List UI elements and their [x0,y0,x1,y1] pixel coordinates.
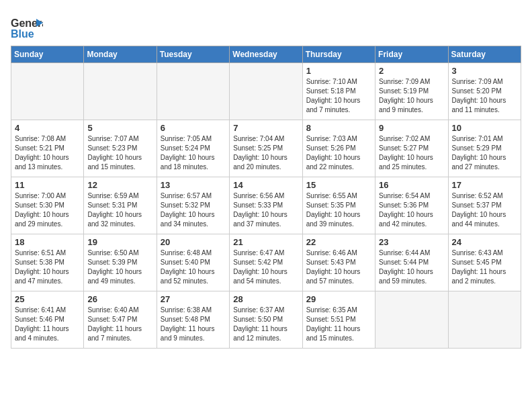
calendar-body: 1Sunrise: 7:10 AM Sunset: 5:18 PM Daylig… [11,63,521,349]
day-number: 15 [306,180,371,190]
calendar-cell: 6Sunrise: 7:05 AM Sunset: 5:24 PM Daylig… [157,120,229,177]
day-info: Sunrise: 7:04 AM Sunset: 5:25 PM Dayligh… [233,134,298,172]
day-number: 11 [15,180,80,190]
day-number: 20 [161,237,226,247]
calendar-table: SundayMondayTuesdayWednesdayThursdayFrid… [11,46,521,349]
day-info: Sunrise: 7:02 AM Sunset: 5:27 PM Dayligh… [379,134,444,172]
calendar-cell: 18Sunrise: 6:51 AM Sunset: 5:38 PM Dayli… [11,234,84,291]
day-number: 14 [233,180,298,190]
day-number: 12 [87,180,152,190]
day-number: 7 [233,123,298,133]
day-number: 29 [306,294,371,304]
day-info: Sunrise: 6:59 AM Sunset: 5:31 PM Dayligh… [87,191,152,229]
calendar-cell: 12Sunrise: 6:59 AM Sunset: 5:31 PM Dayli… [84,177,157,234]
day-number: 21 [233,237,298,247]
day-of-week-header: Thursday [302,46,375,63]
calendar-cell: 5Sunrise: 7:07 AM Sunset: 5:23 PM Daylig… [84,120,157,177]
calendar-cell [375,291,448,349]
calendar-cell: 20Sunrise: 6:48 AM Sunset: 5:40 PM Dayli… [157,234,229,291]
day-info: Sunrise: 6:40 AM Sunset: 5:47 PM Dayligh… [87,306,152,343]
calendar-header-row: SundayMondayTuesdayWednesdayThursdayFrid… [11,46,521,63]
day-of-week-header: Sunday [11,46,84,63]
day-number: 17 [452,180,517,190]
day-info: Sunrise: 7:05 AM Sunset: 5:24 PM Dayligh… [161,134,226,172]
day-info: Sunrise: 6:41 AM Sunset: 5:46 PM Dayligh… [15,306,80,343]
day-of-week-header: Friday [375,46,448,63]
day-info: Sunrise: 6:57 AM Sunset: 5:32 PM Dayligh… [161,191,226,229]
day-info: Sunrise: 6:44 AM Sunset: 5:44 PM Dayligh… [379,248,444,286]
day-number: 2 [379,66,444,76]
day-number: 8 [306,123,371,133]
calendar-cell [157,63,229,120]
day-of-week-header: Saturday [448,46,521,63]
calendar-week-row: 11Sunrise: 7:00 AM Sunset: 5:30 PM Dayli… [11,177,521,234]
calendar-week-row: 4Sunrise: 7:08 AM Sunset: 5:21 PM Daylig… [11,120,521,177]
calendar-cell: 11Sunrise: 7:00 AM Sunset: 5:30 PM Dayli… [11,177,84,234]
day-number: 28 [233,294,298,304]
calendar-cell: 9Sunrise: 7:02 AM Sunset: 5:27 PM Daylig… [375,120,448,177]
day-number: 4 [15,123,80,133]
day-info: Sunrise: 6:47 AM Sunset: 5:42 PM Dayligh… [233,248,298,286]
day-info: Sunrise: 6:52 AM Sunset: 5:37 PM Dayligh… [452,191,517,229]
day-info: Sunrise: 6:51 AM Sunset: 5:38 PM Dayligh… [15,248,80,286]
day-number: 10 [452,123,517,133]
calendar-cell: 17Sunrise: 6:52 AM Sunset: 5:37 PM Dayli… [448,177,521,234]
logo: General Blue [11,13,46,40]
calendar-cell: 13Sunrise: 6:57 AM Sunset: 5:32 PM Dayli… [157,177,229,234]
day-info: Sunrise: 6:56 AM Sunset: 5:33 PM Dayligh… [233,191,298,229]
calendar-cell: 10Sunrise: 7:01 AM Sunset: 5:29 PM Dayli… [448,120,521,177]
calendar-cell: 15Sunrise: 6:55 AM Sunset: 5:35 PM Dayli… [302,177,375,234]
calendar-cell: 1Sunrise: 7:10 AM Sunset: 5:18 PM Daylig… [302,63,375,120]
calendar-cell: 14Sunrise: 6:56 AM Sunset: 5:33 PM Dayli… [230,177,302,234]
day-number: 16 [379,180,444,190]
page-header: General Blue [11,11,521,40]
day-number: 5 [87,123,152,133]
day-info: Sunrise: 6:46 AM Sunset: 5:43 PM Dayligh… [306,248,371,286]
day-number: 27 [161,294,226,304]
day-number: 18 [15,237,80,247]
day-number: 23 [379,237,444,247]
day-info: Sunrise: 7:09 AM Sunset: 5:20 PM Dayligh… [452,77,517,115]
calendar-week-row: 25Sunrise: 6:41 AM Sunset: 5:46 PM Dayli… [11,291,521,349]
day-number: 26 [87,294,152,304]
day-number: 13 [161,180,226,190]
calendar-cell: 26Sunrise: 6:40 AM Sunset: 5:47 PM Dayli… [84,291,157,349]
day-of-week-header: Wednesday [230,46,302,63]
calendar-cell: 25Sunrise: 6:41 AM Sunset: 5:46 PM Dayli… [11,291,84,349]
day-number: 3 [452,66,517,76]
calendar-week-row: 18Sunrise: 6:51 AM Sunset: 5:38 PM Dayli… [11,234,521,291]
logo-icon: General Blue [11,13,43,40]
day-info: Sunrise: 7:03 AM Sunset: 5:26 PM Dayligh… [306,134,371,172]
calendar-cell: 2Sunrise: 7:09 AM Sunset: 5:19 PM Daylig… [375,63,448,120]
day-number: 25 [15,294,80,304]
day-info: Sunrise: 7:01 AM Sunset: 5:29 PM Dayligh… [452,134,517,172]
calendar-cell [84,63,157,120]
calendar-cell: 24Sunrise: 6:43 AM Sunset: 5:45 PM Dayli… [448,234,521,291]
calendar-cell: 16Sunrise: 6:54 AM Sunset: 5:36 PM Dayli… [375,177,448,234]
calendar-cell: 22Sunrise: 6:46 AM Sunset: 5:43 PM Dayli… [302,234,375,291]
day-number: 9 [379,123,444,133]
day-info: Sunrise: 6:38 AM Sunset: 5:48 PM Dayligh… [161,306,226,343]
day-info: Sunrise: 6:43 AM Sunset: 5:45 PM Dayligh… [452,248,517,286]
calendar-cell: 28Sunrise: 6:37 AM Sunset: 5:50 PM Dayli… [230,291,302,349]
calendar-cell: 27Sunrise: 6:38 AM Sunset: 5:48 PM Dayli… [157,291,229,349]
day-info: Sunrise: 6:50 AM Sunset: 5:39 PM Dayligh… [87,248,152,286]
day-number: 19 [87,237,152,247]
calendar-cell: 23Sunrise: 6:44 AM Sunset: 5:44 PM Dayli… [375,234,448,291]
calendar-cell: 29Sunrise: 6:35 AM Sunset: 5:51 PM Dayli… [302,291,375,349]
day-info: Sunrise: 6:54 AM Sunset: 5:36 PM Dayligh… [379,191,444,229]
day-info: Sunrise: 7:09 AM Sunset: 5:19 PM Dayligh… [379,77,444,115]
calendar-cell: 3Sunrise: 7:09 AM Sunset: 5:20 PM Daylig… [448,63,521,120]
calendar-week-row: 1Sunrise: 7:10 AM Sunset: 5:18 PM Daylig… [11,63,521,120]
day-number: 24 [452,237,517,247]
calendar-cell: 4Sunrise: 7:08 AM Sunset: 5:21 PM Daylig… [11,120,84,177]
day-number: 22 [306,237,371,247]
day-number: 6 [161,123,226,133]
day-info: Sunrise: 7:10 AM Sunset: 5:18 PM Dayligh… [306,77,371,115]
day-info: Sunrise: 7:08 AM Sunset: 5:21 PM Dayligh… [15,134,80,172]
calendar-cell: 19Sunrise: 6:50 AM Sunset: 5:39 PM Dayli… [84,234,157,291]
day-info: Sunrise: 6:37 AM Sunset: 5:50 PM Dayligh… [233,306,298,343]
calendar-cell [448,291,521,349]
calendar-cell [11,63,84,120]
day-of-week-header: Tuesday [157,46,229,63]
